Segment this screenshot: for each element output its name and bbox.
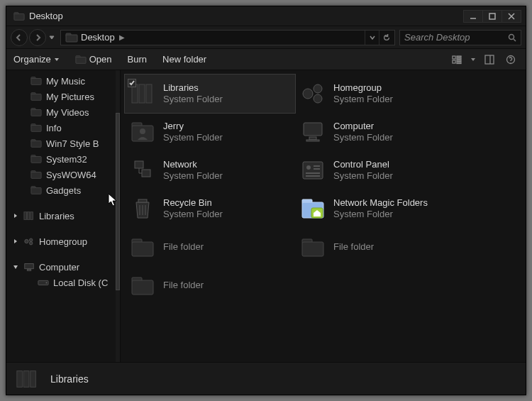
sidebar-item-win7-style-b[interactable]: Win7 Style B (6, 136, 120, 151)
svg-rect-28 (31, 156, 41, 163)
close-button[interactable] (501, 10, 521, 23)
network-magic-icon (299, 195, 326, 222)
open-button[interactable]: Open (75, 54, 112, 65)
item-file-folder[interactable]: File folder (125, 228, 295, 266)
item-subtype: System Folder (333, 94, 393, 105)
svg-point-46 (303, 89, 313, 99)
nav-history-dropdown[interactable] (48, 31, 56, 45)
sidebar: My Music My Pictures My Videos Info Win7… (6, 70, 120, 362)
toolbar: Organize Open Burn New folder (6, 49, 526, 70)
item-label: Computer (333, 121, 393, 132)
maximize-button[interactable] (482, 10, 502, 23)
breadcrumb-separator-icon[interactable]: ▶ (119, 33, 125, 41)
item-subtype: System Folder (163, 170, 223, 182)
sidebar-item-gadgets[interactable]: Gadgets (6, 182, 120, 198)
svg-point-51 (140, 128, 145, 134)
svg-rect-24 (31, 125, 41, 131)
svg-rect-73 (302, 242, 323, 256)
svg-rect-77 (23, 370, 29, 387)
item-homegroup[interactable]: Homegroup System Folder (295, 75, 465, 113)
view-dropdown-icon[interactable] (470, 54, 476, 65)
sidebar-item-my-pictures[interactable]: My Pictures (6, 89, 120, 104)
folder-icon (31, 76, 42, 86)
sidebar-group-libraries[interactable]: Libraries (6, 208, 120, 224)
svg-rect-75 (132, 280, 153, 295)
preview-pane-button[interactable] (482, 53, 497, 66)
svg-point-36 (25, 239, 28, 243)
user-folder-icon (129, 119, 156, 145)
svg-rect-52 (304, 123, 322, 136)
sidebar-item-syswow64[interactable]: SysWOW64 (6, 167, 120, 182)
sidebar-item-system32[interactable]: System32 (6, 151, 120, 167)
window-title: Desktop (29, 11, 464, 21)
help-button[interactable] (503, 53, 519, 66)
libraries-icon (23, 211, 35, 221)
item-subtype: File folder (333, 241, 374, 253)
svg-rect-71 (132, 242, 153, 256)
expanded-arrow-icon (12, 264, 19, 270)
nav-forward-button[interactable] (29, 29, 46, 46)
organize-menu[interactable]: Organize (13, 54, 60, 65)
item-subtype: File folder (163, 280, 204, 291)
svg-point-42 (46, 282, 48, 284)
item-network[interactable]: Network System Folder (125, 151, 295, 189)
drive-icon (38, 278, 49, 287)
organize-label: Organize (13, 54, 51, 65)
search-input[interactable]: Search Desktop (399, 30, 521, 45)
item-file-folder[interactable]: File folder (125, 266, 295, 304)
sidebar-item-my-videos[interactable]: My Videos (6, 104, 120, 120)
svg-rect-22 (31, 109, 41, 116)
item-network-magic-folders[interactable]: Network Magic Folders System Folder (295, 189, 465, 228)
item-recycle-bin[interactable]: Recycle Bin System Folder (125, 189, 295, 228)
sidebar-item-local-disk-c[interactable]: Local Disk (C (6, 275, 120, 290)
address-bar[interactable]: Desktop ▶ (60, 30, 395, 45)
refresh-button[interactable] (379, 31, 393, 45)
collapse-arrow-icon (12, 238, 19, 244)
svg-rect-11 (453, 60, 455, 63)
address-dropdown[interactable] (365, 31, 379, 45)
sidebar-item-my-music[interactable]: My Music (6, 73, 120, 89)
newfolder-button[interactable]: New folder (162, 54, 206, 65)
content-view[interactable]: Libraries System Folder Homegroup System… (120, 70, 526, 362)
folder-icon (299, 234, 326, 260)
sidebar-item-label: Gadgets (46, 185, 81, 196)
svg-point-48 (314, 94, 322, 103)
folder-icon (31, 138, 42, 148)
item-subtype: System Folder (163, 132, 223, 143)
sidebar-item-label: My Pictures (46, 92, 94, 102)
svg-rect-53 (309, 137, 316, 140)
nav-back-button[interactable] (11, 29, 28, 46)
item-label: Libraries (163, 82, 223, 94)
svg-rect-13 (457, 62, 461, 64)
sidebar-item-info[interactable]: Info (6, 120, 120, 136)
search-placeholder: Search Desktop (404, 32, 470, 43)
sidebar-group-homegroup[interactable]: Homegroup (6, 234, 120, 249)
svg-rect-32 (31, 187, 41, 194)
item-checkbox[interactable] (128, 79, 136, 87)
svg-rect-56 (142, 170, 150, 177)
item-libraries[interactable]: Libraries System Folder (125, 75, 295, 113)
svg-rect-59 (314, 165, 320, 167)
open-icon (75, 55, 87, 65)
item-jerry[interactable]: Jerry System Folder (125, 113, 295, 151)
item-computer[interactable]: Computer System Folder (295, 113, 465, 151)
svg-rect-62 (306, 175, 320, 177)
svg-rect-12 (457, 60, 461, 62)
svg-rect-39 (25, 264, 33, 269)
sidebar-group-computer[interactable]: Computer (6, 259, 120, 275)
burn-button[interactable]: Burn (128, 54, 147, 65)
svg-rect-55 (135, 161, 143, 168)
view-options-button[interactable] (449, 53, 465, 66)
sidebar-item-label: SysWOW64 (46, 170, 96, 180)
minimize-button[interactable] (463, 10, 483, 23)
item-control-panel[interactable]: Control Panel System Folder (295, 151, 465, 189)
svg-rect-18 (31, 78, 41, 84)
folder-icon (31, 170, 42, 180)
chevron-down-icon (54, 54, 60, 65)
details-title: Libraries (50, 373, 89, 385)
folder-icon (31, 154, 42, 164)
item-file-folder[interactable]: File folder (295, 228, 465, 266)
item-subtype: System Folder (333, 170, 393, 182)
svg-rect-4 (66, 35, 77, 42)
network-icon (129, 157, 156, 184)
